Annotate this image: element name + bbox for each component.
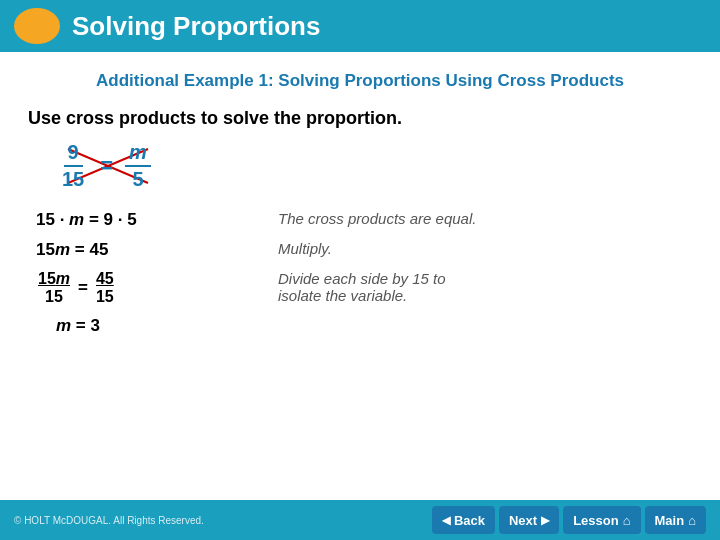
table-row: m = 3: [28, 311, 692, 341]
step1-math: 15 · m = 9 · 5: [28, 205, 248, 235]
page-title: Solving Proportions: [72, 11, 320, 42]
equals-sign: =: [100, 153, 113, 179]
left-numerator: 9: [64, 141, 83, 167]
lesson-label: Lesson: [573, 513, 619, 528]
header: Solving Proportions: [0, 0, 720, 52]
left-fraction: 9 15: [58, 141, 88, 191]
step3-math: 15m 15 = 45 15: [28, 265, 248, 311]
back-arrow-icon: ◀: [442, 514, 450, 527]
step2-desc: Multiply.: [248, 235, 692, 265]
nav-buttons: ◀ Back Next ▶ Lesson ⌂ Main ⌂: [432, 506, 706, 534]
main-home-icon: ⌂: [688, 513, 696, 528]
right-fraction: m 5: [125, 141, 151, 191]
table-row: 15m = 45 Multiply.: [28, 235, 692, 265]
back-button[interactable]: ◀ Back: [432, 506, 495, 534]
step4-math: m = 3: [28, 311, 248, 341]
instruction-text: Use cross products to solve the proporti…: [28, 108, 692, 129]
right-numerator: m: [125, 141, 151, 167]
steps-table: 15 · m = 9 · 5 The cross products are eq…: [28, 205, 692, 341]
subtitle: Additional Example 1: Solving Proportion…: [28, 70, 692, 92]
right-denominator: 5: [128, 167, 147, 191]
table-row: 15m 15 = 45 15 Divide each side by 15 to…: [28, 265, 692, 311]
step2-math: 15m = 45: [28, 235, 248, 265]
lesson-button[interactable]: Lesson ⌂: [563, 506, 640, 534]
step3-desc: Divide each side by 15 toisolate the var…: [248, 265, 692, 311]
next-label: Next: [509, 513, 537, 528]
main-button[interactable]: Main ⌂: [645, 506, 706, 534]
copyright-text: © HOLT McDOUGAL. All Rights Reserved.: [14, 515, 204, 526]
next-arrow-icon: ▶: [541, 514, 549, 527]
lesson-home-icon: ⌂: [623, 513, 631, 528]
table-row: 15 · m = 9 · 5 The cross products are eq…: [28, 205, 692, 235]
back-label: Back: [454, 513, 485, 528]
header-oval-icon: [14, 8, 60, 44]
main-content: Additional Example 1: Solving Proportion…: [0, 52, 720, 500]
step1-desc: The cross products are equal.: [248, 205, 692, 235]
footer: © HOLT McDOUGAL. All Rights Reserved. ◀ …: [0, 500, 720, 540]
left-denominator: 15: [58, 167, 88, 191]
step4-desc: [248, 311, 692, 341]
next-button[interactable]: Next ▶: [499, 506, 559, 534]
main-label: Main: [655, 513, 685, 528]
